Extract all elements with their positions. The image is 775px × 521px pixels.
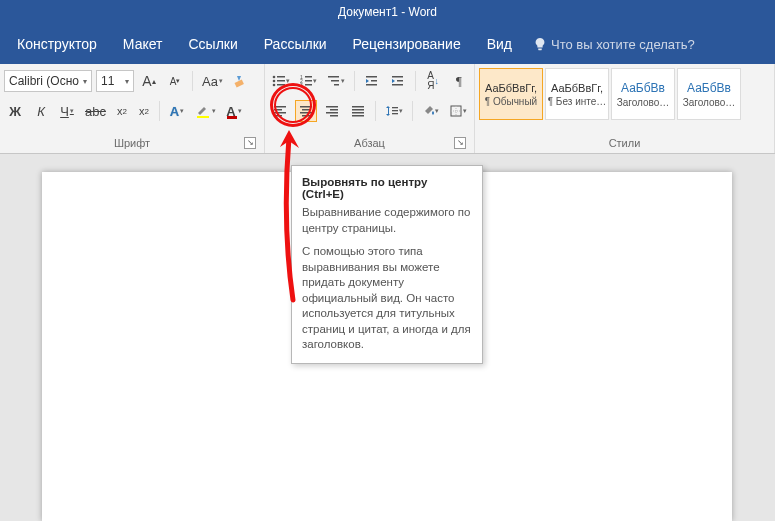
- bold-button[interactable]: Ж: [4, 100, 26, 122]
- align-center-button[interactable]: [295, 100, 317, 122]
- strikethrough-button[interactable]: abc: [82, 100, 109, 122]
- style-label: ¶ Обычный: [481, 96, 541, 107]
- grow-font-button[interactable]: A▴: [138, 70, 160, 92]
- ribbon-tabs: Конструктор Макет Ссылки Рассылки Реценз…: [0, 24, 775, 64]
- style-label: ¶ Без инте…: [547, 96, 607, 107]
- para-dialog-launcher[interactable]: ↘: [454, 137, 466, 149]
- svg-rect-4: [277, 76, 285, 78]
- tab-links[interactable]: Ссылки: [175, 24, 250, 64]
- font-name-combo[interactable]: Calibri (Осно▾: [4, 70, 92, 92]
- style-item[interactable]: АаБбВвЗаголово…: [611, 68, 675, 120]
- svg-rect-21: [392, 76, 403, 78]
- separator: [415, 71, 416, 91]
- line-spacing-button[interactable]: ▾: [382, 100, 406, 122]
- svg-rect-30: [300, 112, 312, 114]
- svg-text:3: 3: [300, 82, 303, 88]
- tooltip-text-2: С помощью этого типа выравнивания вы мож…: [302, 244, 472, 353]
- svg-rect-29: [302, 109, 310, 111]
- decrease-indent-button[interactable]: [361, 70, 383, 92]
- spacing-icon: [385, 104, 398, 118]
- svg-rect-1: [197, 116, 209, 118]
- numbering-icon: 123: [300, 74, 313, 88]
- numbering-button[interactable]: 123▾: [297, 70, 321, 92]
- ribbon: Calibri (Осно▾ 11▾ A▴ A▾ Aa▾ Ж К Ч▾ abc …: [0, 64, 775, 154]
- separator: [375, 101, 376, 121]
- svg-rect-36: [352, 106, 364, 108]
- font-group-label: Шрифт ↘: [4, 135, 260, 151]
- align-right-icon: [325, 104, 339, 118]
- svg-rect-17: [334, 84, 339, 86]
- increase-indent-button[interactable]: [387, 70, 409, 92]
- svg-rect-43: [392, 113, 398, 114]
- style-preview: АаБбВвГг,: [551, 82, 603, 94]
- caret-down-icon: ▾: [125, 77, 129, 86]
- svg-rect-42: [392, 110, 398, 111]
- bullets-button[interactable]: ▾: [269, 70, 293, 92]
- style-item[interactable]: АаБбВвЗаголово…: [677, 68, 741, 120]
- style-preview: АаБбВв: [687, 81, 731, 95]
- italic-button[interactable]: К: [30, 100, 52, 122]
- svg-rect-16: [331, 80, 339, 82]
- borders-icon: [449, 104, 462, 118]
- align-left-icon: [273, 104, 287, 118]
- shading-button[interactable]: ▾: [419, 100, 443, 122]
- svg-rect-8: [277, 84, 285, 86]
- style-item[interactable]: АаБбВвГг,¶ Без инте…: [545, 68, 609, 120]
- sort-button[interactable]: AЯ↓: [422, 70, 444, 92]
- font-color-button[interactable]: A▾: [223, 100, 245, 122]
- highlight-button[interactable]: ▾: [192, 100, 219, 122]
- style-item[interactable]: АаБбВвГг,¶ Обычный: [479, 68, 543, 120]
- superscript-button[interactable]: x2: [135, 100, 153, 122]
- align-right-button[interactable]: [321, 100, 343, 122]
- justify-button[interactable]: [347, 100, 369, 122]
- svg-rect-6: [277, 80, 285, 82]
- tab-view[interactable]: Вид: [474, 24, 525, 64]
- svg-rect-2: [227, 116, 237, 119]
- svg-rect-40: [388, 108, 389, 114]
- font-dialog-launcher[interactable]: ↘: [244, 137, 256, 149]
- tab-review[interactable]: Рецензирование: [340, 24, 474, 64]
- svg-rect-24: [274, 106, 286, 108]
- shrink-font-button[interactable]: A▾: [164, 70, 186, 92]
- svg-rect-27: [274, 115, 282, 117]
- change-case-button[interactable]: Aa▾: [199, 70, 226, 92]
- svg-rect-22: [397, 80, 403, 82]
- title-bar: Документ1 - Word: [0, 0, 775, 24]
- svg-rect-39: [352, 115, 364, 117]
- group-paragraph: ▾ 123▾ ▾ AЯ↓ ¶ ▾ ▾ ▾: [265, 64, 475, 153]
- svg-point-5: [273, 80, 276, 83]
- caret-down-icon: ▾: [83, 77, 87, 86]
- multilevel-icon: [327, 74, 340, 88]
- svg-rect-34: [326, 112, 338, 114]
- tell-me-search[interactable]: Что вы хотите сделать?: [533, 37, 695, 52]
- svg-rect-10: [305, 76, 313, 78]
- tab-mailings[interactable]: Рассылки: [251, 24, 340, 64]
- svg-rect-35: [330, 115, 338, 117]
- svg-rect-25: [274, 109, 282, 111]
- align-left-button[interactable]: [269, 100, 291, 122]
- svg-rect-31: [302, 115, 310, 117]
- group-styles: АаБбВвГг,¶ ОбычныйАаБбВвГг,¶ Без инте…Аа…: [475, 64, 775, 153]
- borders-button[interactable]: ▾: [446, 100, 470, 122]
- underline-button[interactable]: Ч▾: [56, 100, 78, 122]
- separator: [192, 71, 193, 91]
- style-label: Заголово…: [613, 97, 673, 108]
- outdent-icon: [365, 74, 379, 88]
- subscript-button[interactable]: x2: [113, 100, 131, 122]
- font-size-combo[interactable]: 11▾: [96, 70, 134, 92]
- clear-formatting-button[interactable]: [230, 70, 252, 92]
- tab-constructor[interactable]: Конструктор: [4, 24, 110, 64]
- svg-rect-19: [371, 80, 377, 82]
- svg-rect-12: [305, 80, 313, 82]
- tab-layout[interactable]: Макет: [110, 24, 176, 64]
- indent-icon: [391, 74, 405, 88]
- align-center-icon: [299, 104, 313, 118]
- svg-point-3: [273, 76, 276, 79]
- multilevel-button[interactable]: ▾: [324, 70, 348, 92]
- text-effects-button[interactable]: A▾: [166, 100, 188, 122]
- svg-rect-23: [392, 84, 403, 86]
- svg-rect-18: [366, 76, 377, 78]
- show-marks-button[interactable]: ¶: [448, 70, 470, 92]
- style-label: Заголово…: [679, 97, 739, 108]
- svg-rect-14: [305, 84, 313, 86]
